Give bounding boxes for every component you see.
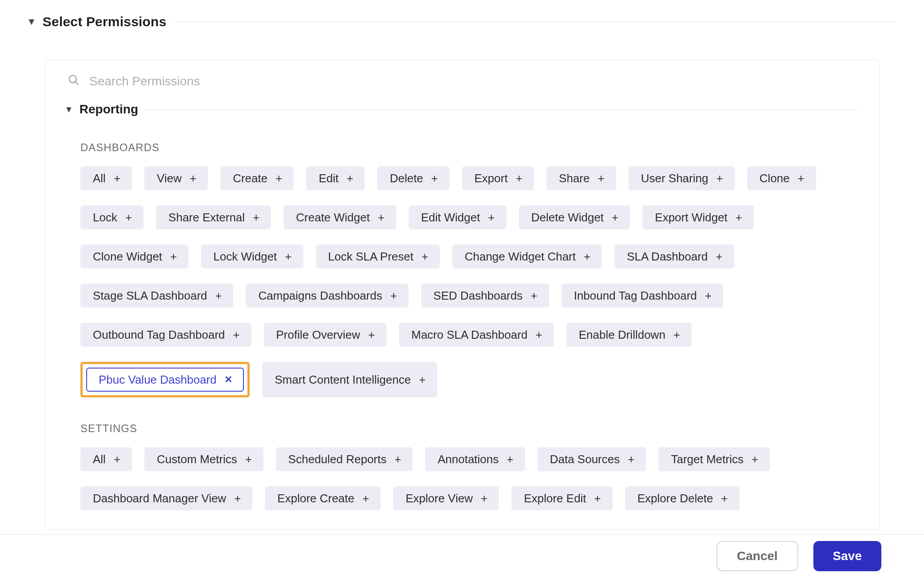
chip-label: Scheduled Reports (288, 453, 386, 465)
divider (173, 22, 896, 22)
permission-chip-all[interactable]: All+ (80, 447, 132, 471)
plus-icon: + (736, 212, 742, 223)
chip-label: Inbound Tag Dashboard (574, 290, 697, 301)
plus-icon: + (721, 493, 728, 504)
permission-chip-share[interactable]: Share+ (546, 166, 616, 190)
save-button[interactable]: Save (813, 541, 881, 571)
cancel-button[interactable]: Cancel (717, 541, 798, 571)
permission-chip-lock[interactable]: Lock+ (80, 205, 143, 229)
chip-label: Lock SLA Preset (328, 251, 414, 262)
permission-chip-lock-sla-preset[interactable]: Lock SLA Preset+ (316, 244, 440, 268)
search-row (45, 60, 879, 100)
plus-icon: + (114, 172, 120, 184)
plus-icon: + (125, 212, 132, 223)
permission-chip-change-widget-chart[interactable]: Change Widget Chart+ (452, 244, 602, 268)
permission-chip-enable-drilldown[interactable]: Enable Drilldown+ (566, 323, 692, 347)
chip-label: All (93, 172, 106, 184)
permission-chip-explore-edit[interactable]: Explore Edit+ (511, 486, 612, 510)
chip-label: Lock Widget (213, 251, 277, 262)
permission-chip-campaigns-dashboards[interactable]: Campaigns Dashboards+ (246, 284, 408, 308)
permission-chip-sed-dashboards[interactable]: SED Dashboards+ (421, 284, 549, 308)
group-collapse-caret-icon[interactable]: ▼ (64, 104, 73, 115)
plus-icon: + (378, 212, 384, 223)
section-header: ▼ Select Permissions (0, 0, 924, 29)
permission-chip-dashboard-manager-view[interactable]: Dashboard Manager View+ (80, 486, 252, 510)
permission-chip-delete-widget[interactable]: Delete Widget+ (519, 205, 630, 229)
chip-label: Create Widget (296, 212, 370, 223)
search-icon (67, 73, 80, 89)
plus-icon: + (516, 172, 522, 184)
divider (144, 109, 860, 110)
permission-chip-profile-overview[interactable]: Profile Overview+ (264, 323, 386, 347)
chip-label: SED Dashboards (434, 290, 523, 301)
chip-label: All (93, 453, 106, 465)
permission-chip-share-external[interactable]: Share External+ (156, 205, 271, 229)
permission-chip-smart-content-intelligence[interactable]: Smart Content Intelligence+ (262, 362, 437, 397)
svg-point-0 (69, 76, 76, 83)
chip-label: Edit (319, 172, 339, 184)
permissions-panel: ▼ Reporting DASHBOARDS All+View+Create+E… (44, 60, 880, 530)
permission-chip-clone-widget[interactable]: Clone Widget+ (80, 244, 188, 268)
plus-icon: + (481, 493, 487, 504)
chip-label: Clone (760, 172, 790, 184)
permission-chip-explore-create[interactable]: Explore Create+ (265, 486, 381, 510)
permission-chip-create[interactable]: Create+ (220, 166, 294, 190)
chip-label: Change Widget Chart (465, 251, 576, 262)
chip-label: Stage SLA Dashboard (93, 290, 207, 301)
permission-chip-export-widget[interactable]: Export Widget+ (642, 205, 753, 229)
permission-chip-delete[interactable]: Delete+ (377, 166, 449, 190)
footer: Cancel Save (0, 534, 924, 577)
permission-chip-edit-widget[interactable]: Edit Widget+ (409, 205, 506, 229)
section-title: Select Permissions (43, 14, 167, 29)
permission-chip-export[interactable]: Export+ (462, 166, 534, 190)
search-input[interactable] (88, 74, 864, 89)
permission-chip-explore-delete[interactable]: Explore Delete+ (625, 486, 740, 510)
chip-label: Explore Delete (637, 493, 713, 504)
plus-icon: + (170, 251, 177, 262)
chip-label: Share External (168, 212, 245, 223)
plus-icon: + (245, 453, 252, 465)
plus-icon: + (798, 172, 805, 184)
permission-chip-data-sources[interactable]: Data Sources+ (538, 447, 646, 471)
permission-chip-stage-sla-dashboard[interactable]: Stage SLA Dashboard+ (80, 284, 233, 308)
plus-icon: + (233, 329, 239, 341)
permission-chip-scheduled-reports[interactable]: Scheduled Reports+ (276, 447, 413, 471)
plus-icon: + (275, 172, 282, 184)
chip-label: Target Metrics (671, 453, 743, 465)
permission-chip-explore-view[interactable]: Explore View+ (393, 486, 499, 510)
chip-label: Delete Widget (531, 212, 604, 223)
plus-icon: + (488, 212, 495, 223)
chip-label: Share (559, 172, 589, 184)
plus-icon: + (507, 453, 514, 465)
permission-chip-custom-metrics[interactable]: Custom Metrics+ (144, 447, 263, 471)
permission-chip-view[interactable]: View+ (144, 166, 208, 190)
group-header: ▼ Reporting (45, 102, 879, 116)
chip-label: Outbound Tag Dashboard (93, 329, 225, 341)
chip-label: Edit Widget (421, 212, 480, 223)
plus-icon: + (431, 172, 438, 184)
chip-label: Lock (93, 212, 117, 223)
permission-chip-sla-dashboard[interactable]: SLA Dashboard+ (614, 244, 734, 268)
subgroup-label-settings: SETTINGS (80, 422, 879, 435)
permission-chip-user-sharing[interactable]: User Sharing+ (629, 166, 735, 190)
chip-label: Explore Create (277, 493, 354, 504)
plus-icon: + (422, 251, 428, 262)
permission-chip-annotations[interactable]: Annotations+ (425, 447, 525, 471)
permission-chip-pbuc-value-dashboard[interactable]: Pbuc Value Dashboard✕ (86, 368, 244, 392)
chip-label: Dashboard Manager View (93, 493, 226, 504)
permission-chip-edit[interactable]: Edit+ (306, 166, 365, 190)
permission-chip-macro-sla-dashboard[interactable]: Macro SLA Dashboard+ (399, 323, 554, 347)
permission-chip-inbound-tag-dashboard[interactable]: Inbound Tag Dashboard+ (562, 284, 723, 308)
collapse-caret-icon[interactable]: ▼ (27, 16, 36, 28)
chip-label: Smart Content Intelligence (275, 374, 410, 385)
plus-icon: + (628, 453, 634, 465)
permission-chip-clone[interactable]: Clone+ (747, 166, 816, 190)
permission-chip-lock-widget[interactable]: Lock Widget+ (201, 244, 303, 268)
permission-chip-create-widget[interactable]: Create Widget+ (283, 205, 396, 229)
plus-icon: + (531, 290, 538, 301)
permission-chip-target-metrics[interactable]: Target Metrics+ (658, 447, 769, 471)
plus-icon: + (368, 329, 375, 341)
subgroup-label-dashboards: DASHBOARDS (80, 141, 879, 154)
permission-chip-all[interactable]: All+ (80, 166, 132, 190)
permission-chip-outbound-tag-dashboard[interactable]: Outbound Tag Dashboard+ (80, 323, 251, 347)
